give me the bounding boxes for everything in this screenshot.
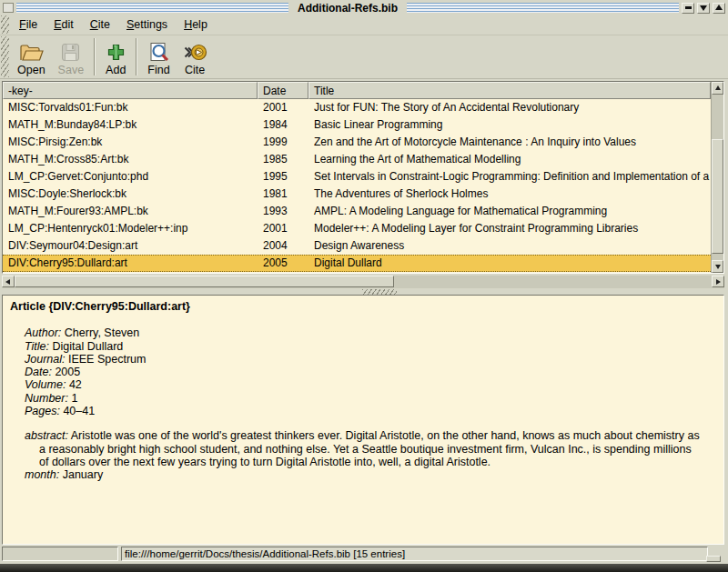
field-value: IEEE Spectrum <box>68 353 146 366</box>
column-header-date[interactable]: Date <box>258 82 308 99</box>
cell-date: 1993 <box>258 203 308 220</box>
cell-key: MISC:Pirsig:Zen:bk <box>3 134 258 151</box>
add-plus-icon <box>106 42 126 63</box>
find-button-label: Find <box>147 64 169 76</box>
cite-button-label: Cite <box>185 64 205 76</box>
cell-title: Just for FUN: The Story of An Accidental… <box>308 99 711 116</box>
table-row[interactable]: MISC:Torvalds01:Fun:bk2001Just for FUN: … <box>3 99 711 116</box>
cell-title: Zen and the Art of Motorcycle Maintenanc… <box>308 134 711 151</box>
cell-title: Modeler++: A Modeling Layer for Constrai… <box>308 220 711 237</box>
screen-edge <box>0 564 728 572</box>
scroll-down-button[interactable] <box>712 260 723 273</box>
cell-title: Basic Linear Programming <box>308 116 711 134</box>
field-value: Digital Dullard <box>52 340 123 353</box>
field-value: Cherry, Steven <box>65 326 139 339</box>
scroll-right-button[interactable] <box>712 276 724 287</box>
table-row[interactable]: MATH_M:Fourer93:AMPL:bk1993AMPL: A Model… <box>3 203 711 220</box>
field-abstract: abstract: Aristotle was one of the world… <box>25 429 700 468</box>
cell-title: Learning the Art of Mathematical Modelli… <box>308 151 711 168</box>
cell-date: 2005 <box>258 256 308 271</box>
menu-file[interactable]: File <box>11 15 46 34</box>
find-magnifier-icon <box>148 42 170 63</box>
table-row[interactable]: DIV:Seymour04:Design:art2004Design Aware… <box>3 237 711 255</box>
field-value: 42 <box>69 378 82 391</box>
scroll-up-button[interactable] <box>712 82 723 95</box>
table-row[interactable]: MISC:Pirsig:Zen:bk1999Zen and the Art of… <box>3 134 711 151</box>
cell-date: 2004 <box>258 237 308 255</box>
add-button[interactable]: Add <box>99 35 132 78</box>
field-value: 40–41 <box>63 405 95 417</box>
cell-key: LM_CP:Hentenryck01:Modeler++:inp <box>3 220 258 237</box>
save-button[interactable]: Save <box>52 35 91 78</box>
tool-bar: Open Save Add <box>0 35 728 79</box>
toolbar-separator <box>94 38 96 75</box>
cite-icon <box>183 42 207 63</box>
triangle-down-icon <box>700 5 707 15</box>
vertical-scrollbar[interactable] <box>711 82 723 273</box>
menu-help-mnemonic: H <box>184 18 192 31</box>
table-row[interactable]: MATH_M:Bunday84:LP:bk1984Basic Linear Pr… <box>3 116 711 134</box>
table-row[interactable]: LM_CP:Hentenryck01:Modeler++:inp2001Mode… <box>3 220 711 237</box>
toolbar-drag-handle[interactable] <box>1 36 9 77</box>
table-row[interactable]: MISC:Doyle:Sherlock:bk1981The Adventures… <box>3 186 711 203</box>
column-header-key[interactable]: -key- <box>3 82 258 99</box>
open-button-label: Open <box>17 64 46 76</box>
cell-date: 1995 <box>258 168 308 186</box>
cell-date: 1984 <box>258 116 308 134</box>
toolbar-separator <box>136 38 137 75</box>
cell-key: MATH_M:Cross85:Art:bk <box>3 151 258 168</box>
maximize-button[interactable] <box>713 3 725 14</box>
field-date: Date: 2005 <box>25 366 716 378</box>
field-label: Date: <box>25 366 52 378</box>
menubar-drag-handle[interactable] <box>1 15 9 34</box>
save-floppy-icon <box>60 42 81 63</box>
field-author: Author: Cherry, Steven <box>25 326 716 339</box>
status-bar: file:///home/gerrit/Docs/thesis/Addition… <box>0 546 728 564</box>
menu-edit-mnemonic: E <box>54 18 61 31</box>
save-button-label: Save <box>58 64 85 76</box>
field-label: month: <box>25 468 59 481</box>
menu-help[interactable]: Help <box>176 15 216 34</box>
cell-date: 1985 <box>258 151 308 168</box>
menu-edit[interactable]: Edit <box>46 15 82 34</box>
cite-button[interactable]: Cite <box>177 35 214 78</box>
table-row[interactable]: MATH_M:Cross85:Art:bk1985Learning the Ar… <box>3 151 711 168</box>
field-value: January <box>63 468 103 481</box>
field-label: Volume: <box>25 378 66 391</box>
arrow-up-icon <box>715 83 721 90</box>
menu-cite[interactable]: Cite <box>82 15 118 34</box>
shade-button[interactable] <box>697 3 710 14</box>
cell-title: Set Intervals in Constraint-Logic Progra… <box>308 168 711 186</box>
column-header-title[interactable]: Title <box>308 82 711 99</box>
table-row[interactable]: LM_CP:Gervet:Conjunto:phd1995Set Interva… <box>3 168 711 186</box>
titlebar-stripes-left <box>16 3 288 13</box>
scroll-left-button[interactable] <box>2 276 15 287</box>
progress-indicator <box>2 547 118 561</box>
cell-title: The Adventures of Sherlock Holmes <box>308 186 711 203</box>
field-value: 2005 <box>55 366 80 378</box>
resize-grip[interactable] <box>706 556 721 562</box>
window-title: Additional-Refs.bib <box>291 2 404 15</box>
cell-key: LM_CP:Gervet:Conjunto:phd <box>3 168 258 186</box>
find-button[interactable]: Find <box>141 35 176 78</box>
minimize-button[interactable] <box>682 3 694 14</box>
title-bar[interactable]: Additional-Refs.bib <box>0 0 728 15</box>
vertical-scrollbar-thumb[interactable] <box>712 139 723 254</box>
menu-file-label: ile <box>26 18 38 31</box>
cell-key: MISC:Torvalds01:Fun:bk <box>3 99 258 116</box>
field-title: Title: Digital Dullard <box>25 340 716 353</box>
horizontal-scrollbar[interactable] <box>2 276 724 288</box>
abstract-text: Aristotle was one of the world's greates… <box>39 429 700 468</box>
app-window: Additional-Refs.bib File Edit Cite Setti… <box>0 0 728 572</box>
cell-key: MATH_M:Fourer93:AMPL:bk <box>3 203 258 220</box>
arrow-left-icon <box>3 279 10 285</box>
titlebar-stripes-right <box>407 3 679 13</box>
table-row-selected[interactable]: DIV:Cherry95:Dullard:art2005Digital Dull… <box>3 255 711 272</box>
window-menu-button[interactable] <box>3 3 14 13</box>
open-button[interactable]: Open <box>11 35 52 78</box>
entry-fields: Author: Cherry, Steven Title: Digital Du… <box>25 326 716 417</box>
cell-key: MATH_M:Bunday84:LP:bk <box>3 116 258 134</box>
horizontal-scrollbar-thumb[interactable] <box>15 276 394 287</box>
menu-settings[interactable]: Settings <box>118 15 176 34</box>
field-number: Number: 1 <box>25 392 716 405</box>
